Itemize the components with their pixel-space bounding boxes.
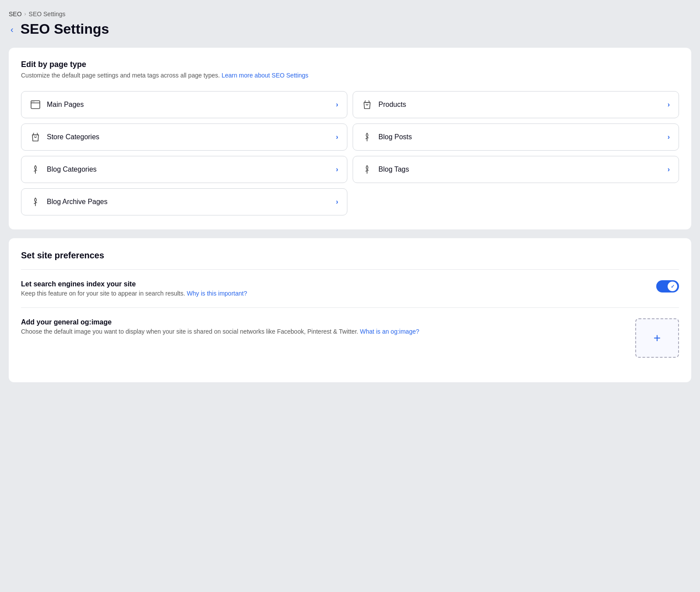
page-type-blog-categories[interactable]: Blog Categories ›	[21, 156, 347, 183]
preferences-card: Set site preferences Let search engines …	[9, 238, 691, 382]
store-categories-chevron: ›	[336, 133, 338, 141]
store-categories-label: Store Categories	[47, 133, 99, 141]
page-type-blog-tags[interactable]: Blog Tags ›	[353, 156, 679, 183]
page-type-blog-posts[interactable]: Blog Posts ›	[353, 123, 679, 151]
blog-posts-label: Blog Posts	[378, 133, 412, 141]
browser-icon	[30, 99, 41, 110]
blog-posts-icon	[362, 132, 372, 142]
products-icon	[362, 99, 372, 110]
preferences-section-title: Set site preferences	[21, 250, 679, 261]
og-image-link[interactable]: What is an og:image?	[360, 328, 419, 335]
page-type-grid: Main Pages › Products ›	[21, 91, 679, 215]
blog-categories-label: Blog Categories	[47, 166, 97, 173]
blog-categories-icon	[30, 164, 41, 175]
search-index-row: Let search engines index your site Keep …	[21, 269, 679, 307]
main-pages-label: Main Pages	[47, 101, 84, 109]
toggle-check-icon: ✓	[671, 284, 675, 289]
back-button[interactable]: ‹	[9, 23, 15, 35]
breadcrumb-parent[interactable]: SEO	[9, 11, 22, 18]
og-image-desc: Choose the default image you want to dis…	[21, 328, 625, 335]
search-index-desc: Keep this feature on for your site to ap…	[21, 290, 646, 297]
svg-point-3	[34, 102, 35, 102]
edit-section-desc: Customize the default page settings and …	[21, 72, 679, 79]
page-type-products[interactable]: Products ›	[353, 91, 679, 118]
og-image-title: Add your general og:image	[21, 318, 625, 326]
blog-tags-icon	[362, 164, 372, 175]
search-index-toggle[interactable]: ✓	[656, 280, 679, 292]
learn-more-link[interactable]: Learn more about SEO Settings	[221, 72, 308, 79]
search-index-link[interactable]: Why is this important?	[187, 290, 247, 297]
page-type-blog-archive[interactable]: Blog Archive Pages ›	[21, 188, 347, 215]
og-image-upload[interactable]: +	[635, 318, 679, 358]
edit-by-page-type-card: Edit by page type Customize the default …	[9, 48, 691, 229]
blog-tags-chevron: ›	[668, 166, 670, 173]
og-image-row: Add your general og:image Choose the def…	[21, 307, 679, 368]
svg-point-2	[32, 102, 33, 102]
edit-section-title: Edit by page type	[21, 60, 679, 69]
products-label: Products	[378, 101, 406, 109]
blog-tags-label: Blog Tags	[378, 166, 409, 173]
plus-icon: +	[654, 331, 661, 345]
blog-archive-label: Blog Archive Pages	[47, 198, 108, 206]
breadcrumb-separator: ›	[24, 11, 26, 17]
blog-posts-chevron: ›	[668, 133, 670, 141]
main-pages-chevron: ›	[336, 101, 338, 109]
store-categories-icon	[30, 132, 41, 142]
products-chevron: ›	[668, 101, 670, 109]
blog-archive-icon	[30, 197, 41, 207]
breadcrumb: SEO › SEO Settings	[9, 11, 691, 18]
page-header: ‹ SEO Settings	[9, 21, 691, 37]
blog-categories-chevron: ›	[336, 166, 338, 173]
blog-archive-chevron: ›	[336, 198, 338, 206]
breadcrumb-current: SEO Settings	[29, 11, 66, 18]
page-title: SEO Settings	[21, 21, 109, 37]
search-index-title: Let search engines index your site	[21, 280, 646, 288]
page-type-store-categories[interactable]: Store Categories ›	[21, 123, 347, 151]
page-type-main-pages[interactable]: Main Pages ›	[21, 91, 347, 118]
